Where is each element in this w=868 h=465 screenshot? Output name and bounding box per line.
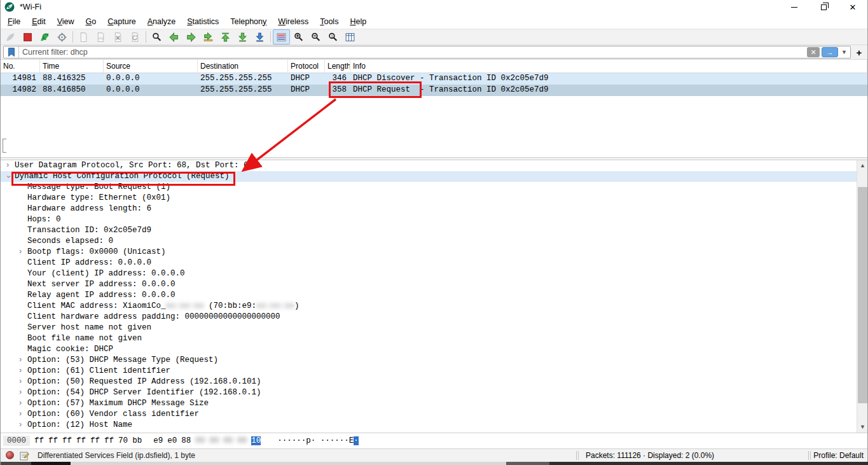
display-filter-input[interactable]: Current filter: dhcp ✕ → ▼ [3,46,851,59]
detail-line[interactable]: Seconds elapsed: 0 [1,236,867,247]
capture-comment-icon[interactable] [20,451,29,461]
detail-line[interactable]: Hops: 0 [1,214,867,225]
menu-file[interactable]: File [2,15,26,28]
minimize-button[interactable] [780,0,809,14]
expand-icon[interactable]: › [16,387,25,398]
menu-go[interactable]: Go [80,15,102,28]
detail-line[interactable]: ›Option: (57) Maximum DHCP Message Size [1,398,867,409]
packet-list-empty-area[interactable] [1,96,867,157]
expand-icon[interactable]: › [16,355,25,366]
detail-line[interactable]: Hardware type: Ethernet (0x01) [1,193,867,204]
detail-line[interactable]: ›Option: (53) DHCP Message Type (Request… [1,355,867,366]
detail-line[interactable]: Client hardware address padding: 0000000… [1,312,867,323]
expand-icon[interactable]: › [16,377,25,387]
menu-capture[interactable]: Capture [102,15,141,28]
capture-options-button[interactable] [53,29,71,45]
detail-line[interactable]: Client IP address: 0.0.0.0 [1,258,867,268]
column-header-time[interactable]: Time [40,60,104,73]
scroll-up-icon[interactable]: ▲ [857,160,867,171]
scroll-down-icon[interactable]: ▼ [857,422,867,433]
filter-dropdown-button[interactable]: ▼ [840,49,850,55]
menu-edit[interactable]: Edit [26,15,52,28]
previous-packet-button[interactable] [165,29,183,45]
detail-line[interactable]: ›User Datagram Protocol, Src Port: 68, D… [1,160,867,171]
detail-line[interactable]: Your (client) IP address: 0.0.0.0 [1,268,867,279]
hex-byte[interactable]: ff [76,436,86,445]
detail-line[interactable]: Client MAC address: XiaomiCo_xx:xx:xx (7… [1,301,867,312]
hex-byte[interactable]: 00 [237,436,247,445]
hex-byte[interactable]: 70 [118,436,128,445]
zoom-in-button[interactable] [290,29,307,45]
zoom-normal-button[interactable]: 1 [324,29,341,45]
collapse-icon[interactable]: › [3,172,13,181]
clear-filter-button[interactable]: ✕ [807,47,820,57]
add-filter-button[interactable]: + [853,47,865,58]
hex-byte[interactable]: e0 [167,436,177,445]
menu-statistics[interactable]: Statistics [181,15,224,28]
detail-line[interactable]: ›Option: (60) Vendor class identifier [1,409,867,420]
hex-byte[interactable]: 00 [209,436,219,445]
menu-telephony[interactable]: Telephony [224,15,272,28]
detail-line[interactable]: Hardware address length: 6 [1,204,867,214]
detail-line[interactable]: Magic cookie: DHCP [1,344,867,355]
packet-row-14981[interactable]: 1498188.4163250.0.0.0255.255.255.255DHCP… [1,73,867,85]
detail-line[interactable]: Message type: Boot Request (1) [1,182,867,193]
hex-byte[interactable]: 88 [181,436,191,445]
close-button[interactable]: ✕ [838,0,867,14]
menu-analyze[interactable]: Analyze [142,15,181,28]
expand-icon[interactable]: › [16,398,25,409]
detail-line[interactable]: ›Option: (50) Requested IP Address (192.… [1,377,867,387]
menu-view[interactable]: View [52,15,80,28]
scrollbar-thumb[interactable] [858,187,867,403]
zoom-out-button[interactable] [307,29,324,45]
hex-byte[interactable]: e9 [153,436,163,445]
detail-line[interactable]: ›Option: (54) DHCP Server Identifier (19… [1,387,867,398]
column-header-source[interactable]: Source [104,60,198,73]
colorize-packets-button[interactable] [273,29,290,45]
hex-byte[interactable]: 00 [223,436,233,445]
restart-capture-button[interactable] [36,29,53,45]
profile-status[interactable]: Profile: Default [813,451,864,460]
stop-capture-button[interactable] [19,29,36,45]
hex-byte[interactable]: ff [48,436,58,445]
expand-icon[interactable]: › [16,409,25,420]
expand-icon[interactable]: › [16,366,25,377]
apply-filter-button[interactable]: → [822,47,838,57]
find-packet-button[interactable] [148,29,165,45]
expand-icon[interactable]: › [3,160,12,171]
auto-scroll-button[interactable] [251,29,268,45]
column-header-protocol[interactable]: Protocol [288,60,325,73]
packet-row-14982[interactable]: 1498288.4168500.0.0.0255.255.255.255DHCP… [1,85,867,96]
detail-line[interactable]: ›Option: (12) Host Name [1,420,867,431]
column-header-no[interactable]: No. [1,60,40,73]
hex-byte[interactable]: 00 [195,436,205,445]
menu-tools[interactable]: Tools [314,15,344,28]
detail-line[interactable]: Transaction ID: 0x2c05e7d9 [1,225,867,236]
menu-help[interactable]: Help [344,15,372,28]
detail-line[interactable]: Relay agent IP address: 0.0.0.0 [1,290,867,301]
detail-line[interactable]: Next server IP address: 0.0.0.0 [1,279,867,290]
last-packet-button[interactable] [234,29,251,45]
detail-line[interactable]: Server host name not given [1,323,867,333]
hex-byte[interactable]: ff [104,436,114,445]
go-to-packet-button[interactable] [200,29,217,45]
detail-line[interactable]: ›Dynamic Host Configuration Protocol (Re… [1,171,867,182]
hex-byte[interactable]: ff [62,436,72,445]
expand-icon[interactable]: › [16,420,25,431]
next-packet-button[interactable] [183,29,200,45]
menu-wireless[interactable]: Wireless [272,15,314,28]
filter-bookmark-button[interactable] [4,46,19,58]
column-header-info[interactable]: Info [350,60,867,73]
expert-info-icon[interactable] [6,451,14,459]
hex-byte[interactable]: ff [34,436,44,445]
hex-byte[interactable]: bb [132,436,142,445]
resize-columns-button[interactable] [341,29,359,45]
detail-line[interactable]: Boot file name not given [1,333,867,344]
details-scrollbar[interactable]: ▲ ▼ [857,160,867,433]
column-header-length[interactable]: Length [325,60,350,73]
maximize-button[interactable] [809,0,838,14]
first-packet-button[interactable] [217,29,234,45]
expand-icon[interactable]: › [16,247,25,258]
hex-byte[interactable]: ff [90,436,100,445]
column-header-destination[interactable]: Destination [198,60,288,73]
